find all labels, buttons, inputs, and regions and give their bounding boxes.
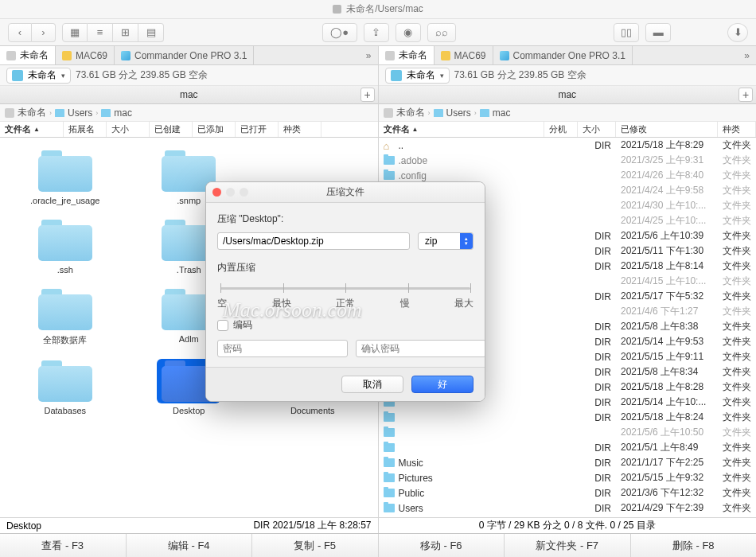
left-columns: 文件名▲拓展名大小已创建已添加已打开种类 [0,122,378,138]
storage-info: 73.61 GB 分之 239.85 GB 空余 [76,68,208,82]
tab-未命名[interactable]: 未命名 [0,46,56,64]
hd-icon [441,51,450,60]
tabs-overflow-button[interactable]: » [360,50,378,61]
folder-item-全部数据库[interactable]: 全部数据库 [4,284,127,349]
file-row[interactable]: ..DIR2021/5/18 上午8:29文件夹 [379,138,757,153]
column-header[interactable]: 拓展名 [64,122,107,137]
confirm-password-input[interactable] [356,340,485,357]
tabs-overflow-button[interactable]: » [738,50,756,61]
left-breadcrumb[interactable]: 未命名›Users›mac [0,104,378,122]
cancel-button[interactable]: 取消 [341,376,403,393]
view-group: ▦ ≡ ⊞ ▤ [62,23,164,42]
home-icon [384,141,395,150]
checkbox-icon [217,320,228,331]
back-button[interactable]: ‹ [8,23,32,42]
crumb-Users[interactable]: Users [446,107,471,119]
crumb-未命名[interactable]: 未命名 [18,106,46,119]
folder-item-.ssh[interactable]: .ssh [4,215,127,278]
tab-未命名[interactable]: 未命名 [379,46,435,64]
tab-Commander One PRO 3.1[interactable]: Commander One PRO 3.1 [493,46,633,64]
encoding-checkbox[interactable]: 编码 [217,318,473,332]
fold-icon [384,428,395,437]
fold-icon [384,504,395,512]
folder-icon [434,109,443,117]
column-header[interactable]: 种类 [279,122,321,137]
view-icon-button[interactable]: ▦ [62,23,88,42]
column-header[interactable]: 大小 [578,122,616,137]
crumb-Users[interactable]: Users [68,107,92,119]
column-header[interactable]: 大小 [107,122,150,137]
folder-icon [38,289,92,330]
tab-MAC69[interactable]: MAC69 [56,46,115,64]
fkey-button[interactable]: 复制 - F5 [252,534,379,557]
file-row[interactable]: PublicDIR2021/3/6 下午12:32文件夹 [379,485,757,501]
view-column-button[interactable]: ▤ [138,23,164,42]
compress-label: 压缩 "Desktop": [217,212,473,226]
hd-icon [62,51,72,60]
file-row[interactable]: 2021/5/6 上午10:50文件夹 [379,425,757,440]
forward-button[interactable]: › [32,23,56,42]
preview-button[interactable]: ◉ [396,23,421,42]
fkey-button[interactable]: 查看 - F3 [0,534,127,557]
fkey-button[interactable]: 移动 - F6 [379,534,505,557]
crumb-mac[interactable]: mac [114,107,132,119]
drive-selector[interactable]: 未命名 ▾ [385,68,450,84]
share-button[interactable]: ⇪ [364,23,389,42]
search-button[interactable]: ⌕⌕ [427,23,456,42]
file-row[interactable]: .adobe2021/3/25 上午9:31文件夹 [379,153,757,168]
file-row[interactable]: UsersDIR2021/4/29 下午2:39文件夹 [379,501,757,516]
tab-Commander One PRO 3.1[interactable]: Commander One PRO 3.1 [115,46,254,64]
crumb-mac[interactable]: mac [493,107,511,119]
close-button[interactable] [212,188,221,197]
app-icon [500,51,509,60]
main-toolbar: ‹ › ▦ ≡ ⊞ ▤ ◯● ⇪ ◉ ⌕⌕ ▯▯ ▬ ⬇ [0,19,756,46]
column-header[interactable]: 文件名▲ [0,122,64,137]
file-row[interactable]: DIR2021/5/18 上午8:24文件夹 [379,410,757,425]
disk-icon [385,51,395,60]
window-controls [212,188,248,197]
ok-button[interactable]: 好 [411,376,473,393]
folder-icon [38,360,92,402]
column-header[interactable]: 分机 [544,122,578,137]
drive-selector[interactable]: 未命名 ▾ [6,68,71,84]
file-row[interactable]: WeDriveDIR2021/4/12 上午11:42文件夹 [379,516,757,517]
view-list-button[interactable]: ≡ [88,23,113,42]
connect-button[interactable]: ▬ [645,23,671,42]
folder-item-Databases[interactable]: Databases [4,356,127,419]
column-header[interactable]: 已打开 [236,122,279,137]
view-grid-button[interactable]: ⊞ [113,23,138,42]
chevron-down-icon: ▾ [61,72,65,80]
column-header[interactable]: 已添加 [193,122,236,137]
file-row[interactable]: DIR2021/5/1 上午8:49文件夹 [379,440,757,455]
toggle-button[interactable]: ◯● [322,23,357,42]
compression-slider[interactable]: 空最快正常慢最大 [217,281,473,310]
file-row[interactable]: MusicDIR2021/1/17 下午2:25文件夹 [379,455,757,470]
folder-icon [55,109,64,117]
column-header[interactable]: 已修改 [616,122,718,137]
format-select[interactable]: zip ▴▾ [418,232,473,250]
new-tab-button[interactable]: + [360,88,375,102]
status-left: Desktop DIR 2021/5/18 上午 8:28:57 [0,518,378,533]
column-header[interactable]: 种类 [718,122,756,137]
chevron-down-icon: ▾ [440,72,444,80]
folder-icon [480,109,489,117]
drive-icon [391,70,402,81]
column-header[interactable]: 已创建 [150,122,193,137]
password-input[interactable] [217,340,348,357]
tab-MAC69[interactable]: MAC69 [435,46,493,64]
file-row[interactable]: PicturesDIR2021/5/15 上午9:32文件夹 [379,470,757,485]
new-tab-button[interactable]: + [738,88,753,102]
queue-button[interactable]: ▯▯ [614,23,639,42]
crumb-未命名[interactable]: 未命名 [396,106,425,119]
folder-item-.oracle_jre_usage[interactable]: .oracle_jre_usage [4,146,127,208]
fkey-button[interactable]: 编辑 - F4 [127,534,253,557]
column-header[interactable]: 文件名▲ [379,122,545,137]
disk-icon [384,108,393,118]
fkey-button[interactable]: 删除 - F8 [631,534,757,557]
download-button[interactable]: ⬇ [727,23,748,42]
fkey-button[interactable]: 新文件夹 - F7 [505,534,631,557]
nav-group: ‹ › [8,23,56,42]
right-tabs: 未命名MAC69Commander One PRO 3.1» [379,46,757,65]
right-breadcrumb[interactable]: 未命名›Users›mac [379,104,757,122]
archive-path-input[interactable] [217,232,410,250]
